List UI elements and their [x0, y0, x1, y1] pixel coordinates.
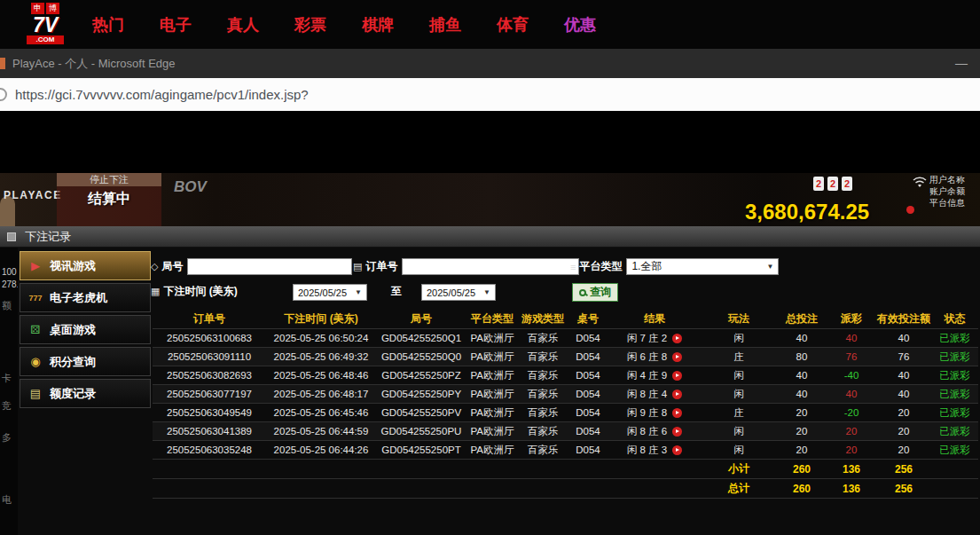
screen: 申 博 7V .COM 热门电子真人彩票棋牌捕鱼体育优惠 PlayAce - 个…: [0, 0, 980, 535]
sidebar-item-ledger[interactable]: ▤额度记录: [20, 379, 151, 408]
platform-select-value: 1.全部: [631, 259, 662, 274]
playace-logo: PLAYACE: [4, 189, 62, 201]
panel-icon: [7, 232, 16, 241]
order-input[interactable]: [402, 258, 579, 275]
sidebar-item-video[interactable]: ▶视讯游戏: [20, 251, 151, 280]
cell-game-type: 百家乐: [518, 425, 568, 438]
cell-total-bet: 40: [777, 370, 827, 381]
cell-status: 已派彩: [931, 350, 978, 364]
replay-icon[interactable]: [672, 352, 682, 362]
playing-card: 2: [842, 177, 852, 191]
col-header-table-number: 桌号: [568, 311, 608, 327]
cell-bet-time: 2025-05-25 06:49:32: [266, 351, 376, 362]
chip-icon: ◉: [27, 355, 43, 368]
date-to-select[interactable]: 2025/05/25: [421, 284, 496, 301]
search-button[interactable]: 查询: [572, 283, 618, 302]
sidebar-item-label: 视讯游戏: [50, 258, 96, 274]
cell-result: 闲 8 庄 3: [608, 444, 701, 457]
table-row: 2505250630413892025-05-25 06:44:59GD0542…: [153, 422, 978, 441]
cell-bet-time: 2025-05-25 06:45:46: [266, 407, 376, 418]
col-header-valid-bet: 有效投注额: [876, 311, 931, 327]
cell-bet-time: 2025-05-25 06:48:17: [266, 389, 376, 399]
video-icon: ▶: [27, 259, 43, 272]
nav-item[interactable]: 彩票: [294, 14, 326, 35]
app-icon: [0, 58, 5, 69]
cell-payout: 20: [827, 426, 876, 437]
col-header-game-type: 游戏类型: [518, 311, 568, 327]
replay-icon[interactable]: [672, 427, 682, 437]
nav-item[interactable]: 真人: [227, 14, 259, 35]
platform-select[interactable]: 1.全部: [626, 258, 779, 275]
cell-platform-type: PA欧洲厅: [466, 369, 518, 382]
sidebar-item-chip[interactable]: ◉积分查询: [20, 347, 151, 376]
cell-table-number: D054: [568, 445, 608, 455]
col-header-play-type: 玩法: [701, 311, 777, 327]
replay-icon[interactable]: [672, 445, 682, 455]
table-row: 2505250630771972025-05-25 06:48:17GD0542…: [153, 385, 978, 404]
username-label: 用户名称: [929, 174, 965, 185]
modal-header: 下注记录: [0, 226, 980, 248]
sidebar-item-slot[interactable]: 777电子老虎机: [20, 283, 151, 312]
chevron-down-icon: [760, 263, 774, 271]
search-icon: [579, 289, 586, 296]
cell-order-number: 250525063100683: [153, 333, 266, 343]
sidebar-item-label: 额度记录: [50, 386, 96, 402]
platform-icon: [570, 262, 576, 272]
round-input[interactable]: [187, 258, 352, 275]
nav-item[interactable]: 电子: [160, 14, 192, 35]
bet-records-table: 订单号下注时间 (美东)局号平台类型游戏类型桌号结果玩法总投注派彩有效投注额状态…: [153, 310, 978, 499]
cell-bet-time: 2025-05-25 06:44:26: [266, 445, 376, 455]
playing-card: 2: [813, 177, 824, 191]
cell-play-type: 闲: [701, 332, 777, 345]
col-header-payout: 派彩: [827, 311, 876, 327]
subtotal-row: 小计260136256: [153, 460, 978, 479]
date-from-value: 2025/05/25: [298, 287, 347, 298]
cell-total-bet: 20: [777, 445, 827, 455]
date-from-select[interactable]: 2025/05/25: [293, 284, 367, 301]
col-header-platform-type: 平台类型: [466, 311, 518, 327]
replay-icon[interactable]: [672, 408, 682, 418]
cell-order-number: 250525063091110: [153, 351, 266, 362]
ledger-icon: ▤: [27, 387, 43, 400]
cell-round-id: GD054255250PT: [376, 445, 466, 455]
dice-icon: ⚄: [27, 323, 43, 336]
account-balance-label: 账户余额: [929, 185, 965, 197]
cell-result: 闲 9 庄 8: [608, 406, 701, 420]
records-content: 局号 订单号 平台类型 1.全部: [151, 248, 980, 535]
cell-payout: 136: [827, 483, 876, 495]
browser-titlebar: PlayAce - 个人 - Microsoft Edge: [0, 49, 980, 78]
nav-item[interactable]: 热门: [92, 14, 124, 35]
page-fragment: 278.: [2, 279, 18, 289]
cell-valid-bet: 256: [876, 463, 931, 476]
cell-payout: -20: [827, 407, 876, 418]
table-watermark: BOV: [174, 178, 207, 196]
nav-item[interactable]: 捕鱼: [429, 14, 461, 35]
cell-valid-bet: 20: [876, 445, 931, 455]
cell-order-number: 250525063041389: [153, 426, 266, 437]
url-text[interactable]: https://gci.7vvvvvv.com/agingame/pcv1/in…: [15, 78, 309, 111]
table-footer: 小计260136256总计260136256: [153, 460, 978, 499]
minimize-icon[interactable]: [955, 49, 968, 78]
cell-round-id: GD054255250PV: [376, 407, 466, 418]
jackpot-amount: 3,680,674.25: [745, 200, 869, 224]
replay-icon[interactable]: [672, 371, 682, 381]
cell-result: 闲 8 庄 6: [608, 425, 701, 438]
nav-item[interactable]: 优惠: [564, 14, 596, 35]
nav-item[interactable]: 棋牌: [362, 14, 394, 35]
cell-total-bet: 260: [777, 463, 827, 476]
cell-order-number: 250525063049549: [153, 407, 266, 418]
cell-round-id: GD054255250PZ: [376, 370, 466, 381]
modal-sidebar: ▶视讯游戏777电子老虎机⚄桌面游戏◉积分查询▤额度记录: [20, 251, 151, 411]
modal-title: 下注记录: [25, 226, 71, 248]
nav-item[interactable]: 体育: [497, 14, 529, 35]
replay-icon[interactable]: [672, 389, 682, 399]
replay-icon[interactable]: [672, 334, 682, 343]
platform-label-wrap: 平台类型: [570, 259, 622, 274]
col-header-bet-time: 下注时间 (美东): [266, 311, 376, 327]
cell-valid-bet: 20: [876, 407, 931, 418]
site-logo[interactable]: 申 博 7V .COM: [20, 3, 71, 44]
sidebar-item-dice[interactable]: ⚄桌面游戏: [20, 315, 151, 344]
cell-valid-bet: 256: [876, 483, 931, 495]
cell-table-number: D054: [568, 407, 608, 418]
settling-label: 结算中: [57, 190, 161, 208]
